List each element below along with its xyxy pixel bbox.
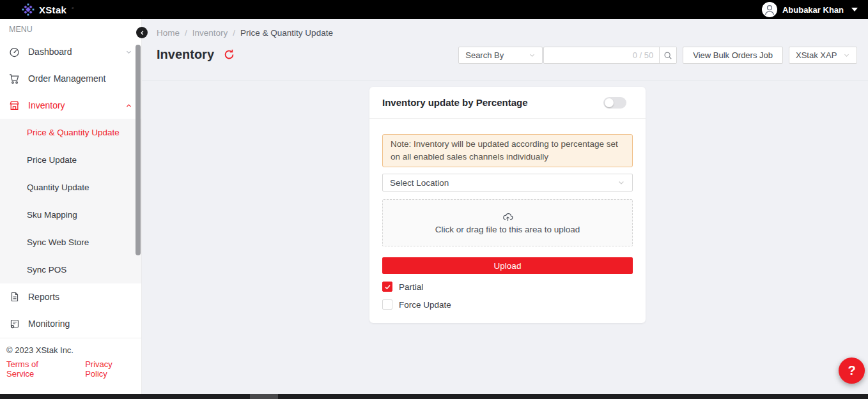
chevron-down-icon [617,179,625,186]
user-menu[interactable]: Abubakar Khan [762,2,858,17]
sidebar-subitem-price-quantity-update[interactable]: Price & Quantity Update [0,119,141,146]
search-by-label: Search By [465,50,504,60]
sidebar-subitem-quantity-update[interactable]: Quantity Update [0,174,141,201]
sidebar-item-dashboard[interactable]: Dashboard [0,38,141,65]
search-by-select[interactable]: Search By [458,47,543,64]
breadcrumb-inventory[interactable]: Inventory [192,28,228,38]
toggle-knob [605,98,614,107]
chevron-down-icon [843,52,850,59]
character-counter: 0 / 50 [633,50,660,60]
top-bar: XStak˝ Abubakar Khan [0,0,868,19]
breadcrumb-home[interactable]: Home [157,28,180,38]
upload-button[interactable]: Upload [382,257,633,274]
inventory-submenu: Price & Quantity Update Price Update Qua… [0,119,141,283]
gauge-icon [9,47,20,57]
location-select[interactable]: Select Location [382,174,633,192]
file-icon [9,292,20,302]
breadcrumb-current: Price & Quantity Update [240,28,333,38]
force-update-checkbox-label: Force Update [399,300,451,310]
caret-down-icon [851,8,858,11]
card-title: Inventory update by Percentage [382,97,528,108]
page-title: Inventory [157,47,214,62]
sidebar-subitem-sync-pos[interactable]: Sync POS [0,256,141,283]
chevron-up-icon [125,102,132,109]
monitor-icon [9,319,20,329]
sidebar-subitem-sync-web-store[interactable]: Sync Web Store [0,229,141,256]
dropzone-text: Click or drag file to this area to uploa… [435,225,580,234]
search-input[interactable] [544,47,632,63]
breadcrumb-separator: / [185,28,187,38]
refresh-icon[interactable] [224,49,235,60]
channel-select[interactable]: XStak XAP [789,47,857,64]
note-banner: Note: Inventory will be updated accordin… [382,134,633,167]
main-content: Home / Inventory / Price & Quantity Upda… [142,19,868,394]
sidebar-item-label: Order Management [28,73,105,84]
brand-logo[interactable]: XStak˝ [22,3,74,16]
breadcrumb: Home / Inventory / Price & Quantity Upda… [157,28,333,38]
cloud-upload-icon [502,212,513,223]
user-name: Abubakar Khan [782,5,844,15]
copyright-text: © 2023 XStak Inc. [6,345,135,355]
force-update-checkbox-row[interactable]: Force Update [382,299,633,310]
horizontal-scrollbar-thumb[interactable] [250,394,278,399]
sidebar-item-label: Dashboard [28,47,72,57]
terms-of-service-link[interactable]: Terms of Service [6,359,66,379]
partial-checkbox-row[interactable]: Partial [382,282,633,292]
location-select-placeholder: Select Location [390,178,449,188]
brand-trademark: ˝ [72,7,74,13]
sidebar-subitem-price-update[interactable]: Price Update [0,146,141,174]
channel-select-value: XStak XAP [796,50,837,60]
sidebar-footer: © 2023 XStak Inc. Terms of Service Priva… [0,338,141,379]
sidebar-item-label: Inventory [28,100,65,110]
search-button[interactable] [659,47,676,63]
sidebar-subitem-sku-mapping[interactable]: Sku Mapping [0,201,141,229]
sidebar-scrollbar[interactable] [136,45,141,255]
sidebar-item-inventory[interactable]: Inventory [0,92,141,119]
breadcrumb-separator: / [233,28,235,38]
header-divider [142,80,868,80]
file-upload-dropzone[interactable]: Click or drag file to this area to uploa… [382,199,633,246]
app-window: XStak˝ Abubakar Khan MENU Dashboard [0,0,868,399]
view-bulk-orders-job-button[interactable]: View Bulk Orders Job [683,47,783,64]
inventory-update-card: Inventory update by Percentage Note: Inv… [369,87,646,323]
partial-checkbox-label: Partial [399,282,423,292]
force-update-checkbox[interactable] [382,299,392,310]
sidebar: MENU Dashboard Order Management [0,19,142,394]
partial-checkbox[interactable] [382,282,392,292]
privacy-policy-link[interactable]: Privacy Policy [85,359,135,379]
search-input-group: 0 / 50 [543,47,677,64]
sidebar-item-order-management[interactable]: Order Management [0,65,141,92]
avatar [762,2,777,17]
sidebar-item-label: Reports [28,292,59,302]
cart-icon [9,73,20,84]
sidebar-item-monitoring[interactable]: Monitoring [0,310,141,337]
sidebar-item-reports[interactable]: Reports [0,283,141,310]
toolbar: Search By 0 / 50 View Bulk Orders Job XS… [458,47,857,64]
chevron-down-icon [529,52,536,59]
horizontal-scrollbar [0,394,868,399]
help-button[interactable]: ? [839,358,865,384]
sidebar-item-label: Monitoring [28,319,70,329]
store-icon [9,100,20,111]
xstak-logo-icon [22,3,35,16]
brand-name: XStak [39,4,66,15]
percentage-toggle[interactable] [603,97,626,109]
chevron-down-icon [125,49,132,56]
sidebar-collapse-button[interactable] [136,27,148,38]
sidebar-section-label: MENU [0,19,141,38]
